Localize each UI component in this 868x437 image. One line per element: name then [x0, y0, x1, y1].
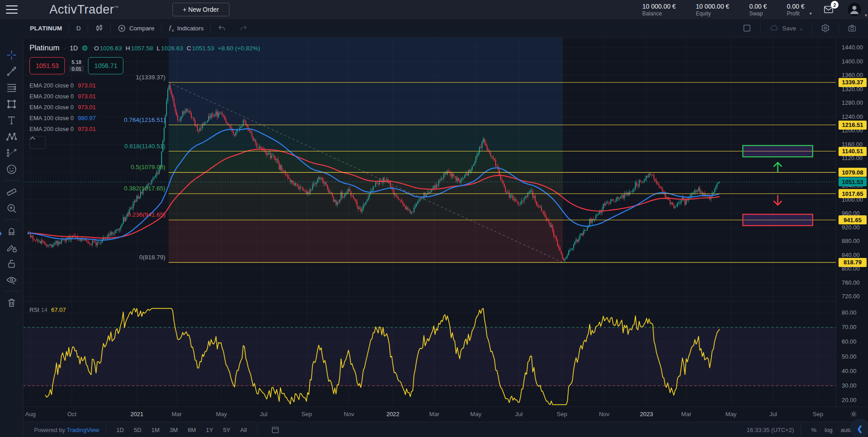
camera-icon [848, 24, 857, 33]
crosshair-tool[interactable] [4, 48, 19, 62]
fib-price-tag: 941.65 [839, 215, 867, 224]
emoji-tool[interactable] [4, 162, 19, 176]
remove-drawings-icon [6, 297, 17, 308]
time-label-aug: Aug [25, 411, 36, 418]
price-tick: 880.00 [842, 238, 860, 244]
range-1d[interactable]: 1D [112, 425, 128, 435]
indicator-name: EMA 100 close 0 [29, 115, 74, 121]
fib-retracement-tool[interactable] [4, 81, 19, 94]
scale-buttons: %logauto [807, 425, 856, 435]
range-1y[interactable]: 1Y [202, 425, 217, 435]
time-label-2022: 2022 [386, 411, 400, 418]
ohlc-H: H1057.58 [126, 45, 153, 52]
indicator-name: EMA 200 close 0 [29, 104, 74, 111]
rsi-value: 67.07 [51, 306, 66, 313]
indicator-row[interactable]: EMA 200 close 0973.01 [29, 91, 96, 102]
chart-settings-button[interactable] [814, 22, 837, 34]
indicators-button[interactable]: ƒx Indicators [161, 22, 210, 34]
time-axis[interactable]: AugOct2021MarMayJulSepNov2022MarMayJulSe… [23, 407, 868, 422]
menu-icon[interactable] [6, 5, 18, 14]
time-label-mar: Mar [681, 411, 691, 418]
collapse-legend-button[interactable] [29, 136, 46, 149]
price-tick: 1240.00 [842, 113, 863, 120]
undo-button[interactable] [211, 22, 233, 34]
bottom-bar: Powered by TradingView 1D5D1M3M6M1Y5YAll… [23, 422, 868, 437]
legend-interval[interactable]: 1D [70, 44, 78, 52]
stat-label: Profit [787, 10, 805, 17]
symbol-button[interactable]: PLATINUM [23, 22, 69, 34]
indicator-row[interactable]: EMA 200 close 0973.01 [29, 102, 96, 112]
buy-button[interactable]: 1056.71 [88, 57, 123, 74]
remove-drawings-tool[interactable] [4, 296, 19, 309]
indicator-row[interactable]: EMA 200 close 0973.01 [29, 123, 96, 134]
scale-log[interactable]: log [820, 425, 836, 435]
price-axis[interactable]: 1440.001400.001360.001320.001280.001240.… [836, 37, 868, 407]
scale-percent[interactable]: % [807, 425, 821, 435]
gear-icon [821, 24, 830, 33]
range-5d[interactable]: 5D [130, 425, 146, 435]
interval-button[interactable]: D [69, 22, 88, 34]
range-6m[interactable]: 6M [184, 425, 200, 435]
new-order-button[interactable]: + New Order [172, 3, 229, 16]
profit-caret-icon[interactable]: ▾ [809, 11, 812, 16]
goto-date-button[interactable] [264, 424, 287, 436]
time-label-2023: 2023 [640, 411, 653, 418]
hide-drawings-tool[interactable] [4, 273, 19, 286]
price-tick: 1400.00 [842, 58, 863, 65]
indicator-name: EMA 200 close 0 [29, 126, 74, 132]
legend-symbol[interactable]: Platinum [29, 44, 59, 53]
shapes-icon [6, 98, 17, 110]
range-5y[interactable]: 5Y [219, 425, 234, 435]
time-label-may: May [216, 411, 227, 418]
avatar-button[interactable]: ▾ [847, 2, 862, 17]
sell-button[interactable]: 1051.53 [29, 57, 65, 74]
current-price-tag: 1051.53 [839, 177, 867, 186]
range-1m[interactable]: 1M [147, 425, 164, 435]
forecast-tool[interactable] [4, 146, 19, 160]
spread-high: 5.18 [72, 59, 81, 65]
drawing-toolbar [0, 19, 24, 437]
zoom-in-tool[interactable] [4, 201, 19, 215]
chart-pane[interactable]: 1(1339.37)0.764(1216.51)0.618(1140.51)0.… [23, 37, 836, 407]
redo-icon [239, 24, 248, 32]
range-3m[interactable]: 3M [166, 425, 182, 435]
clock[interactable]: 16:33:35 (UTC+2) [746, 427, 794, 433]
snapshot-button[interactable] [841, 22, 863, 34]
indicator-row[interactable]: EMA 100 close 0980.97 [29, 112, 96, 123]
price-chart-canvas[interactable] [23, 37, 836, 407]
magnet-tool[interactable] [4, 224, 19, 238]
rsi-tick: 50.00 [842, 353, 857, 360]
goto-date-icon [271, 425, 280, 434]
trend-line-tool[interactable] [4, 64, 19, 78]
theme-sun-icon[interactable] [849, 410, 858, 418]
indicator-row[interactable]: EMA 200 close 0973.01 [29, 80, 96, 91]
time-label-sep: Sep [302, 411, 312, 418]
tradingview-link[interactable]: TradingView [67, 427, 99, 433]
redo-button[interactable] [233, 22, 254, 34]
fib-price-tag: 818.79 [839, 258, 867, 267]
avatar-icon [847, 2, 862, 17]
save-layout-button[interactable]: Save ⌄ [762, 22, 810, 34]
stat-value: 10 000.00 € [642, 3, 676, 10]
time-label-sep: Sep [557, 411, 567, 418]
lock-all-tool[interactable] [4, 257, 19, 270]
expand-panel-icon[interactable]: ❯ [0, 229, 3, 237]
indicator-value: 980.97 [78, 115, 96, 121]
multichart-layout-button[interactable] [736, 22, 758, 34]
collapse-right-icon[interactable]: ❮ [851, 419, 868, 437]
mail-button[interactable]: 2 [823, 4, 834, 15]
range-all[interactable]: All [236, 425, 251, 435]
fib-price-tag: 1079.08 [839, 168, 867, 177]
market-status-icon[interactable] [82, 45, 88, 51]
ohlc-O: O1026.63 [94, 45, 122, 52]
price-tick: 760.00 [842, 279, 860, 286]
chart-style-button[interactable] [88, 22, 110, 34]
text-tool[interactable] [4, 113, 19, 127]
avatar-caret-icon: ▾ [865, 13, 867, 18]
compare-button[interactable]: Compare [111, 22, 161, 34]
drawing-lock-tool[interactable] [4, 240, 19, 254]
measure-tool[interactable] [4, 185, 19, 199]
xabcd-pattern-tool[interactable] [4, 130, 19, 143]
shapes-tool[interactable] [4, 97, 19, 111]
indicator-value: 973.01 [78, 93, 96, 100]
